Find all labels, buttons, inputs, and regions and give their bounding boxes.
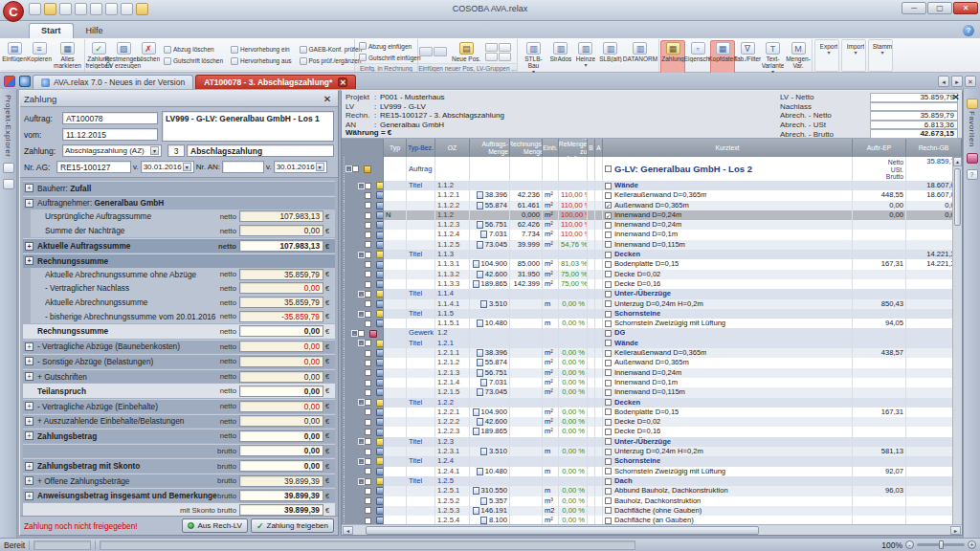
tree-cell[interactable] [342, 190, 384, 200]
lv-table-row[interactable]: 1.2.2.1 104.900 m² 0,00 % Bodenplatte D=… [342, 408, 962, 417]
vom-date-field[interactable]: 11.12.2015 [62, 128, 158, 141]
tree-expand-icon[interactable]: - [358, 311, 365, 318]
row-checkbox[interactable] [605, 330, 612, 337]
row-checkbox[interactable] [605, 241, 612, 248]
ribbon-button-export[interactable]: Export▾ [816, 41, 841, 71]
ribbon-tab-start[interactable]: Start [29, 23, 74, 38]
row-checkbox[interactable] [605, 291, 612, 298]
tree-cell[interactable]: - [342, 339, 384, 348]
date-ag-select[interactable]: 30.01.2016 ▾ [141, 161, 194, 173]
tree-checkbox[interactable] [352, 165, 359, 172]
tree-cell[interactable]: - [342, 398, 384, 408]
lv-group-icon[interactable] [485, 43, 498, 52]
lv-table-row[interactable]: 1.2.1.4 7.031 m² 0,00 % Innenwand D=0,1m [342, 378, 962, 387]
ribbon-button-hervorhebung-aus[interactable]: Hervorhebung aus [228, 55, 294, 67]
lv-group-icon[interactable] [499, 53, 511, 61]
ribbon-button-hervorhebung-ein[interactable]: Hervorhebung ein [228, 44, 294, 55]
row-checkbox[interactable] [605, 360, 612, 366]
row-checkbox[interactable] [605, 340, 612, 346]
lv-table-row[interactable]: 1.1.5.1 10.480 m 0,00 % Schornstein Zwei… [342, 319, 962, 328]
tree-cell[interactable] [342, 486, 384, 496]
scroll-left-icon[interactable]: ◂ [343, 526, 353, 535]
amount-field[interactable]: 39.899,39 [239, 490, 323, 501]
ribbon-button-löschen[interactable]: ✗Löschen [136, 40, 161, 70]
tree-checkbox[interactable] [365, 408, 371, 415]
lv-table-row[interactable]: - Titel 1.1.5 Schornsteine [342, 309, 962, 319]
quantity-calc-icon[interactable] [480, 497, 487, 505]
quantity-calc-icon[interactable] [477, 418, 483, 426]
ribbon-button-gutschrift-löschen[interactable]: Gutschrift löschen [161, 55, 226, 67]
quantity-calc-icon[interactable] [477, 241, 483, 249]
zoom-slider[interactable] [917, 543, 965, 546]
lv-table-row[interactable]: 1.1.2.2 55.874 61.461 m² 110,00 % ✓Außen… [342, 201, 962, 210]
tree-expand-icon[interactable]: - [358, 478, 365, 485]
tree-expand-icon[interactable]: - [358, 183, 365, 189]
tree-cell[interactable]: - [342, 456, 384, 466]
window-switch-icon[interactable] [4, 76, 15, 87]
tree-cell[interactable] [342, 408, 384, 417]
document-tab-at100078-3-abschlagszahlung[interactable]: AT100078 - 3. Abschlagszahlung*✕ [195, 75, 356, 89]
zoom-out-icon[interactable]: - [905, 540, 914, 549]
lv-table-row[interactable]: 1.2.5.4 8.100 m² 0,00 % Dachfläche (an G… [342, 516, 962, 524]
tree-checkbox[interactable] [365, 300, 371, 307]
tree-expand-icon[interactable]: - [358, 340, 365, 346]
lv-table-row[interactable]: - Titel 1.2.2 Decken [342, 398, 962, 408]
lv-group-icon[interactable] [499, 43, 511, 52]
chevron-down-icon[interactable]: ▾ [183, 163, 191, 171]
favorites-book-icon[interactable] [967, 153, 978, 164]
row-checkbox[interactable] [605, 478, 612, 485]
project-explorer-strip[interactable]: Projekt-Explorer [0, 89, 17, 538]
tree-cell[interactable] [342, 348, 384, 358]
lv-table-row[interactable]: 1.1.2.1 38.396 42.236 m² 110,00 % Keller… [342, 190, 962, 200]
tree-cell[interactable] [342, 259, 384, 269]
amount-field[interactable]: 0,00 [239, 386, 323, 397]
lv-group-icon[interactable] [485, 53, 498, 61]
lv-table-row[interactable]: 1.1.3.1 104.900 85.000 m² 81,03 % Bodenp… [342, 259, 962, 269]
date-an-select[interactable]: 30.01.2016 ▾ [274, 161, 327, 173]
row-checkbox[interactable] [605, 252, 612, 258]
tree-checkbox[interactable] [365, 360, 371, 366]
tree-cell[interactable]: - [342, 289, 384, 298]
ribbon-tab-hilfe[interactable]: Hilfe [74, 23, 116, 38]
column-header-typ-bez[interactable]: Typ-Bez. [407, 139, 435, 157]
row-checkbox[interactable] [605, 222, 612, 229]
quantity-calc-icon[interactable] [477, 359, 483, 366]
tree-cell[interactable]: - [342, 250, 384, 259]
lv-table-row[interactable]: 1.2.5.3 146.191 m2 0,00 % Dachfläche (oh… [342, 506, 962, 516]
tree-checkbox[interactable] [365, 192, 371, 199]
tree-checkbox[interactable] [365, 340, 371, 346]
column-header-b[interactable]: B [588, 139, 595, 157]
lv-table-row[interactable]: - Gewerk 1.2 DG [342, 328, 962, 338]
lv-table-row[interactable]: 1.1.2.3 56.751 62.426 m² 110,00 % Innenw… [342, 220, 962, 230]
nr-ag-field[interactable]: RE15-100127 [56, 161, 131, 173]
lv-table-row[interactable]: - Auftrag G-LV: Generalbau GmbH - Los 2 … [342, 157, 962, 181]
chevron-down-icon[interactable]: ▾ [316, 163, 324, 171]
lv-table-row[interactable]: 1.2.1.3 56.751 m² 0,00 % Innenwand D=0,2… [342, 368, 962, 378]
ribbon-button-datanorm[interactable]: ▥DATANORM [623, 40, 657, 77]
tree-checkbox[interactable] [365, 369, 371, 376]
tab-close-icon[interactable]: ✕ [338, 77, 347, 87]
tree-expand-icon[interactable]: - [358, 458, 365, 465]
amount-field[interactable]: 0,00 [239, 445, 323, 456]
lv-table-row[interactable]: 1.1.3.2 42.600 31.950 m² 75,00 % Decke D… [342, 270, 962, 279]
tree-cell[interactable] [342, 447, 384, 456]
amount-field[interactable]: 107.983,13 [239, 240, 323, 252]
vertical-scroll-thumb[interactable] [954, 168, 961, 226]
payment-panel-close-icon[interactable]: ✕ [321, 94, 334, 104]
tree-cell[interactable] [342, 299, 384, 309]
quantity-calc-icon[interactable] [477, 388, 483, 396]
tree-checkbox[interactable] [365, 497, 371, 504]
row-checkbox[interactable] [605, 281, 612, 288]
row-checkbox[interactable] [605, 399, 612, 406]
lv-table-row[interactable]: 1.1.3.3 189.865 142.399 m² 75,00 % Decke… [342, 279, 962, 289]
tree-cell[interactable]: - [342, 437, 384, 447]
ribbon-button-stlb-bau[interactable]: ▥STLB-Bau▾ [519, 40, 548, 77]
minimize-button[interactable]: ─ [902, 2, 926, 14]
row-checkbox[interactable] [605, 408, 612, 415]
column-header-rechn-gb[interactable]: Rechn-GB [906, 139, 962, 157]
favorites-strip[interactable]: Favoriten ? [963, 89, 980, 538]
release-payment-button[interactable]: ✓Zahlung freigeben [251, 518, 334, 533]
tab-close-icon[interactable]: ✕ [965, 76, 976, 87]
lv-table-row[interactable]: 1.2.1.1 38.396 m² 0,00 % Kelleraußenwand… [342, 348, 962, 358]
tree-cell[interactable]: - [342, 309, 384, 319]
